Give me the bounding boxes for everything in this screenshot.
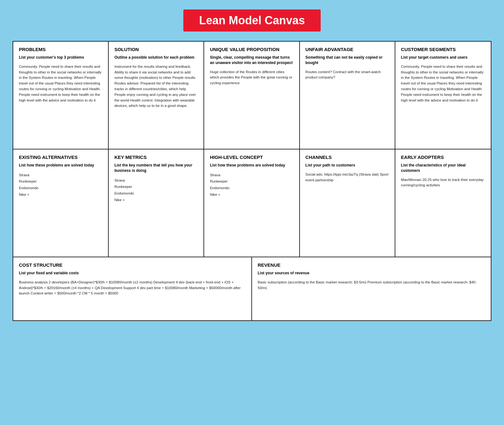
customer-segments-body: Community. People need to share their re… <box>401 64 485 103</box>
revenue-body: Basic subscription (according to the Bas… <box>258 280 485 291</box>
unfair-cell: UNFAIR ADVANTAGE Something that can not … <box>300 42 395 149</box>
top-row: PROBLEMS List your customer's top 3 prob… <box>13 42 491 149</box>
solution-subtitle: Outline a possible solution for each pro… <box>114 55 198 60</box>
high-level-concept-subtitle: List how these problems are solved today <box>210 163 293 168</box>
existing-alternatives-list: Strava Runkeeper Endomondo Nike + <box>19 172 102 198</box>
problems-body: Community. People need to share their re… <box>19 64 102 103</box>
cost-structure-body: Business analysis 2 developers (BA+Desig… <box>19 280 246 296</box>
list-item: Endomondo <box>114 190 198 197</box>
list-item: Nike + <box>114 197 198 203</box>
early-adopters-body: Man/Woman 20-25 who love to track their … <box>401 177 485 189</box>
revenue-cell: REVENUE List your sources of revenue Bas… <box>252 257 491 320</box>
solution-cell: SOLUTION Outline a possible solution for… <box>109 42 204 149</box>
channels-title: CHANNELS <box>306 154 389 160</box>
unfair-body: Routes content? Contract with the smart-… <box>306 69 389 81</box>
key-metrics-list: Strava Runkeeper Endomondo Nike + <box>114 177 198 203</box>
solution-body: Instrument for the results sharing and f… <box>114 64 198 109</box>
existing-alternatives-title: EXISTING ALTERNATIVES <box>19 154 102 160</box>
problems-subtitle: List your customer's top 3 problems <box>19 55 102 60</box>
key-metrics-cell: KEY METRICS List the key numbers that te… <box>109 149 204 257</box>
uvp-body: Huge collection of the Routes in differe… <box>210 69 293 86</box>
high-level-concept-list: Strava Runkeeper Endomondo Nike + <box>210 172 293 198</box>
early-adopters-title: EARLY ADOPTERS <box>401 154 485 160</box>
problems-title: PROBLEMS <box>19 47 102 52</box>
revenue-title: REVENUE <box>258 262 485 268</box>
bottom-row: COST STRUCTURE List your fixed and varia… <box>13 257 491 320</box>
channels-cell: CHANNELS List your path to customers Soc… <box>300 149 395 257</box>
high-level-concept-title: HIGH-LEVEL CONCEPT <box>210 154 293 160</box>
channels-subtitle: List your path to customers <box>306 163 389 168</box>
existing-alternatives-cell: EXISTING ALTERNATIVES List how these pro… <box>13 149 109 257</box>
customer-segments-subtitle: List your target customers and users <box>401 55 485 60</box>
solution-title: SOLUTION <box>114 47 198 52</box>
existing-alternatives-subtitle: List how these problems are solved today <box>19 163 102 168</box>
uvp-title: UNIQUE VALUE PROPOSITION <box>210 47 293 52</box>
list-item: Endomondo <box>19 185 102 191</box>
middle-row: EXISTING ALTERNATIVES List how these pro… <box>13 149 491 257</box>
list-item: Strava <box>210 172 293 178</box>
early-adopters-subtitle: List the characteristics of your ideal c… <box>401 163 485 173</box>
page-title: Lean Model Canvas <box>183 9 321 32</box>
uvp-cell: UNIQUE VALUE PROPOSITION Single, clear, … <box>204 42 300 149</box>
page-header: Lean Model Canvas <box>13 9 491 32</box>
uvp-subtitle: Single, clear, compelling message that t… <box>210 55 293 66</box>
lean-canvas: PROBLEMS List your customer's top 3 prob… <box>13 41 491 321</box>
problems-cell: PROBLEMS List your customer's top 3 prob… <box>13 42 109 149</box>
revenue-subtitle: List your sources of revenue <box>258 271 485 276</box>
list-item: Strava <box>19 172 102 178</box>
list-item: Runkeeper <box>114 183 198 190</box>
early-adopters-cell: EARLY ADOPTERS List the characteristics … <box>395 149 491 257</box>
customer-segments-cell: CUSTOMER SEGMENTS List your target custo… <box>395 42 491 149</box>
cost-structure-subtitle: List your fixed and variable costs <box>19 271 246 276</box>
cost-structure-cell: COST STRUCTURE List your fixed and varia… <box>13 257 252 320</box>
list-item: Nike + <box>19 191 102 198</box>
key-metrics-subtitle: List the key numbers that tell you how y… <box>114 163 198 173</box>
cost-structure-title: COST STRUCTURE <box>19 262 246 268</box>
list-item: Strava <box>114 177 198 184</box>
unfair-subtitle: Something that can not be easily copied … <box>306 55 389 66</box>
list-item: Runkeeper <box>19 178 102 185</box>
customer-segments-title: CUSTOMER SEGMENTS <box>401 47 485 52</box>
high-level-concept-cell: HIGH-LEVEL CONCEPT List how these proble… <box>204 149 300 257</box>
unfair-title: UNFAIR ADVANTAGE <box>306 47 389 52</box>
list-item: Runkeeper <box>210 178 293 185</box>
list-item: Endomondo <box>210 185 293 191</box>
list-item: Nike + <box>210 191 293 198</box>
key-metrics-title: KEY METRICS <box>114 154 198 160</box>
channels-body: Social ads: https://tppr.me/JazTq (Strav… <box>306 172 389 183</box>
